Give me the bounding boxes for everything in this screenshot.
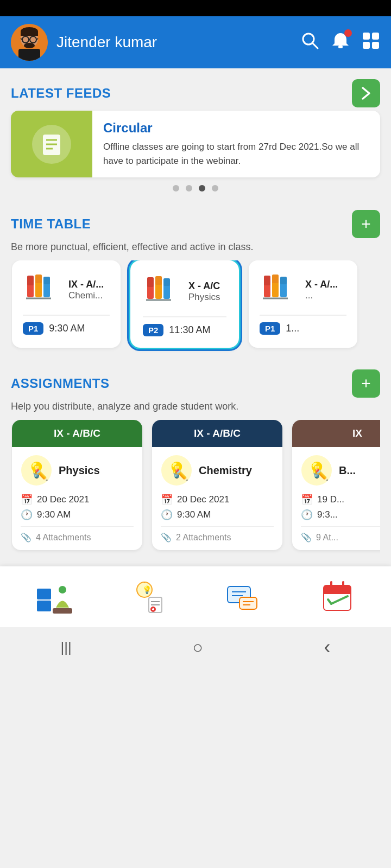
svg-rect-40 <box>272 275 279 283</box>
system-home-button[interactable]: ○ <box>192 637 203 658</box>
svg-rect-33 <box>155 276 162 285</box>
timetable-scroll: IX - A/... Chemi... P1 9:30 AM <box>11 260 380 353</box>
assignment-card-2[interactable]: IX - A/B/C 💡 ✏️ Chemistry 📅 20 Dec 2021 <box>152 420 282 550</box>
tt-card-2-class: X - A/C <box>188 280 220 292</box>
attach-icon-1: 📎 <box>21 532 31 542</box>
assign-divider-2 <box>161 526 274 527</box>
svg-rect-26 <box>35 275 42 283</box>
assign-card-2-date: 20 Dec 2021 <box>177 494 229 505</box>
timetable-section: TIME TABLE + Be more punctual, efficient… <box>0 199 391 359</box>
bottom-nav: 💡 <box>0 566 391 627</box>
nav-item-home[interactable] <box>15 575 91 618</box>
tt-card-1-top: IX - A/... Chemi... <box>23 270 110 316</box>
dot-1[interactable] <box>173 185 179 192</box>
assignment-card-3[interactable]: IX 💡 ✏️ B... 📅 19 D... <box>292 420 380 550</box>
attach-icon-3: 📎 <box>301 532 312 542</box>
dot-2[interactable] <box>186 185 192 192</box>
svg-rect-17 <box>372 42 379 49</box>
feeds-text: Offline classes are going to start from … <box>103 140 369 168</box>
assign-card-2-attach: 📎 2 Attachments <box>161 532 274 542</box>
assignments-title: ASSIGNMENTS <box>11 376 110 391</box>
latest-feeds-header: LATEST FEEDS <box>11 79 380 107</box>
timetable-card-2[interactable]: X - A/C Physics P2 11:30 AM <box>130 260 239 348</box>
timetable-desc: Be more punctual, efficient, effective a… <box>11 241 380 253</box>
dot-3[interactable] <box>199 185 205 192</box>
main-content: LATEST FEEDS Circular Offline classe <box>0 68 391 664</box>
nav-item-calendar[interactable] <box>300 575 376 618</box>
assign-icon-3: 💡 ✏️ <box>301 455 332 486</box>
svg-text:💡: 💡 <box>142 585 152 595</box>
status-bar <box>0 0 391 16</box>
latest-feeds-arrow[interactable] <box>352 79 380 107</box>
assign-card-1-date: 20 Dec 2021 <box>37 494 89 505</box>
timetable-header: TIME TABLE + <box>11 210 380 238</box>
latest-feeds-title: LATEST FEEDS <box>11 86 111 101</box>
assign-icon-2: 💡 ✏️ <box>161 455 192 486</box>
assign-card-1-time-row: 🕐 9:30 AM <box>21 509 134 521</box>
calendar-icon-1: 📅 <box>21 494 33 506</box>
tt-card-3-top: X - A/... ... <box>260 270 346 316</box>
system-menu-button[interactable]: ||| <box>60 639 71 656</box>
avatar <box>11 24 48 61</box>
svg-text:✏️: ✏️ <box>35 468 48 481</box>
nav-item-messages[interactable] <box>205 575 281 618</box>
timetable-add-button[interactable]: + <box>352 210 380 238</box>
assign-icon-1: 💡 ✏️ <box>21 455 52 486</box>
bell-container[interactable] <box>331 31 350 53</box>
nav-item-assignments[interactable]: 💡 <box>110 575 186 618</box>
tt-card-1-class: IX - A/... <box>68 279 104 290</box>
assign-card-1-group: IX - A/B/C <box>12 420 142 447</box>
svg-rect-70 <box>239 597 257 609</box>
assign-subject-row-1: 💡 ✏️ Physics <box>21 455 134 486</box>
assign-card-3-date-row: 📅 19 D... <box>301 494 380 506</box>
assignments-section: ASSIGNMENTS + Help you distribute, analy… <box>0 359 391 561</box>
assignment-card-1[interactable]: IX - A/B/C 💡 ✏️ Physics 📅 20 Dec 2021 <box>12 420 142 550</box>
system-nav: ||| ○ ‹ <box>0 627 391 664</box>
assign-divider-3 <box>301 526 380 527</box>
svg-rect-35 <box>163 278 170 286</box>
calendar-icon-3: 📅 <box>301 494 313 506</box>
svg-rect-14 <box>363 33 370 40</box>
assignments-desc: Help you distribute, analyze and grade s… <box>11 401 380 412</box>
svg-rect-76 <box>324 590 351 594</box>
assign-card-1-attach: 📎 4 Attachments <box>21 532 134 542</box>
latest-feeds-section: LATEST FEEDS Circular Offline classe <box>0 68 391 199</box>
app-header: Jitender kumar <box>0 16 391 68</box>
tt-card-3-bottom: P1 1... <box>260 322 346 335</box>
svg-line-12 <box>313 43 318 48</box>
tt-card-3-time: 1... <box>286 323 299 334</box>
search-icon[interactable] <box>301 31 319 54</box>
assign-card-2-time: 9:30 AM <box>177 509 211 520</box>
clock-icon-3: 🕐 <box>301 509 313 521</box>
tt-card-2-bottom: P2 11:30 AM <box>143 324 226 336</box>
system-back-button[interactable]: ‹ <box>324 636 331 659</box>
assignments-scroll: IX - A/B/C 💡 ✏️ Physics 📅 20 Dec 2021 <box>11 420 380 556</box>
svg-rect-31 <box>147 277 154 287</box>
tt-card-1-period: P1 <box>23 322 43 335</box>
assignments-add-button[interactable]: + <box>352 369 380 398</box>
assign-card-3-attach: 📎 9 At... <box>301 532 380 542</box>
svg-rect-56 <box>53 608 72 614</box>
svg-rect-53 <box>37 589 51 599</box>
assign-card-1-body: 💡 ✏️ Physics 📅 20 Dec 2021 🕐 9:30 AM <box>12 447 142 550</box>
timetable-card-1[interactable]: IX - A/... Chemi... P1 9:30 AM <box>12 260 121 348</box>
assign-card-3-time-row: 🕐 9:3... <box>301 509 380 521</box>
tt-card-3-class: X - A/... <box>305 279 338 290</box>
svg-text:✏️: ✏️ <box>175 468 188 481</box>
svg-rect-16 <box>363 42 370 49</box>
svg-rect-4 <box>21 31 38 36</box>
assign-card-3-date: 19 D... <box>317 494 344 505</box>
svg-rect-54 <box>37 601 51 611</box>
tt-card-2-time: 11:30 AM <box>169 324 210 336</box>
grid-icon[interactable] <box>362 31 380 54</box>
clock-icon-2: 🕐 <box>161 509 173 521</box>
dot-4[interactable] <box>212 185 218 192</box>
tt-card-3-period: P1 <box>260 322 280 335</box>
tt-card-1-time: 9:30 AM <box>49 323 85 334</box>
feeds-card[interactable]: Circular Offline classes are going to st… <box>11 111 380 177</box>
assign-card-3-group: IX <box>292 420 380 447</box>
assign-card-1-time: 9:30 AM <box>37 509 71 520</box>
feeds-icon-box <box>11 111 92 177</box>
timetable-card-3[interactable]: X - A/... ... P1 1... <box>249 260 357 348</box>
tt-card-1-bottom: P1 9:30 AM <box>23 322 110 335</box>
